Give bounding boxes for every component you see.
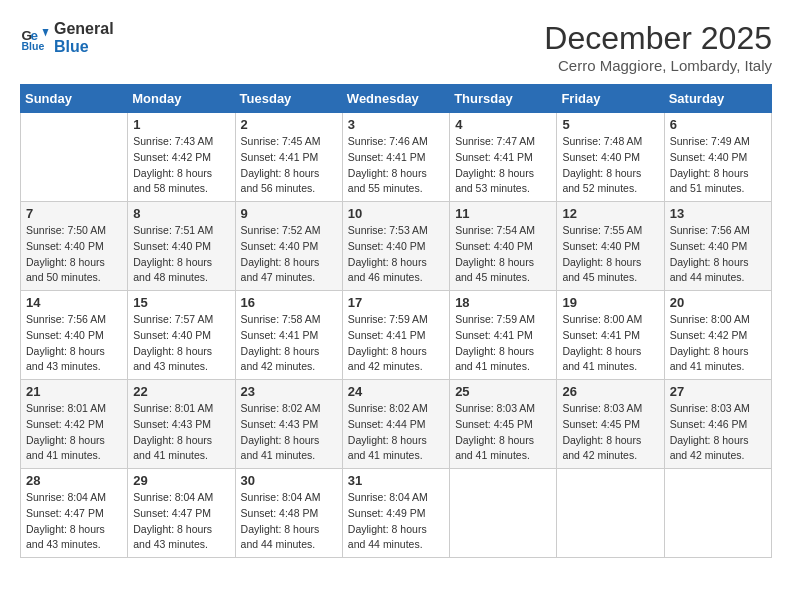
day-info: Sunrise: 7:52 AMSunset: 4:40 PMDaylight:… (241, 223, 337, 286)
logo-line1: General (54, 20, 114, 38)
calendar-week-row: 21Sunrise: 8:01 AMSunset: 4:42 PMDayligh… (21, 380, 772, 469)
day-number: 6 (670, 117, 766, 132)
day-number: 16 (241, 295, 337, 310)
svg-marker-2 (43, 29, 49, 37)
calendar-cell: 22Sunrise: 8:01 AMSunset: 4:43 PMDayligh… (128, 380, 235, 469)
calendar-cell: 27Sunrise: 8:03 AMSunset: 4:46 PMDayligh… (664, 380, 771, 469)
day-number: 2 (241, 117, 337, 132)
day-info: Sunrise: 7:56 AMSunset: 4:40 PMDaylight:… (670, 223, 766, 286)
title-block: December 2025 Cerro Maggiore, Lombardy, … (544, 20, 772, 74)
weekday-header: Wednesday (342, 85, 449, 113)
day-info: Sunrise: 7:50 AMSunset: 4:40 PMDaylight:… (26, 223, 122, 286)
day-number: 28 (26, 473, 122, 488)
calendar-cell: 13Sunrise: 7:56 AMSunset: 4:40 PMDayligh… (664, 202, 771, 291)
calendar-cell: 25Sunrise: 8:03 AMSunset: 4:45 PMDayligh… (450, 380, 557, 469)
calendar-cell: 21Sunrise: 8:01 AMSunset: 4:42 PMDayligh… (21, 380, 128, 469)
day-info: Sunrise: 7:47 AMSunset: 4:41 PMDaylight:… (455, 134, 551, 197)
calendar-cell: 19Sunrise: 8:00 AMSunset: 4:41 PMDayligh… (557, 291, 664, 380)
calendar-cell: 28Sunrise: 8:04 AMSunset: 4:47 PMDayligh… (21, 469, 128, 558)
calendar-cell: 9Sunrise: 7:52 AMSunset: 4:40 PMDaylight… (235, 202, 342, 291)
day-number: 26 (562, 384, 658, 399)
day-info: Sunrise: 7:51 AMSunset: 4:40 PMDaylight:… (133, 223, 229, 286)
day-number: 18 (455, 295, 551, 310)
day-number: 24 (348, 384, 444, 399)
calendar-cell: 14Sunrise: 7:56 AMSunset: 4:40 PMDayligh… (21, 291, 128, 380)
day-info: Sunrise: 8:04 AMSunset: 4:47 PMDaylight:… (133, 490, 229, 553)
day-info: Sunrise: 7:53 AMSunset: 4:40 PMDaylight:… (348, 223, 444, 286)
day-number: 25 (455, 384, 551, 399)
calendar-week-row: 28Sunrise: 8:04 AMSunset: 4:47 PMDayligh… (21, 469, 772, 558)
calendar-week-row: 1Sunrise: 7:43 AMSunset: 4:42 PMDaylight… (21, 113, 772, 202)
day-info: Sunrise: 8:03 AMSunset: 4:45 PMDaylight:… (455, 401, 551, 464)
day-info: Sunrise: 8:03 AMSunset: 4:46 PMDaylight:… (670, 401, 766, 464)
day-number: 1 (133, 117, 229, 132)
day-number: 3 (348, 117, 444, 132)
calendar-cell: 3Sunrise: 7:46 AMSunset: 4:41 PMDaylight… (342, 113, 449, 202)
day-info: Sunrise: 7:45 AMSunset: 4:41 PMDaylight:… (241, 134, 337, 197)
day-number: 31 (348, 473, 444, 488)
calendar-table: SundayMondayTuesdayWednesdayThursdayFrid… (20, 84, 772, 558)
day-number: 8 (133, 206, 229, 221)
calendar-cell: 5Sunrise: 7:48 AMSunset: 4:40 PMDaylight… (557, 113, 664, 202)
calendar-cell: 23Sunrise: 8:02 AMSunset: 4:43 PMDayligh… (235, 380, 342, 469)
calendar-cell (557, 469, 664, 558)
day-info: Sunrise: 7:56 AMSunset: 4:40 PMDaylight:… (26, 312, 122, 375)
day-number: 13 (670, 206, 766, 221)
calendar-cell: 29Sunrise: 8:04 AMSunset: 4:47 PMDayligh… (128, 469, 235, 558)
day-info: Sunrise: 8:01 AMSunset: 4:43 PMDaylight:… (133, 401, 229, 464)
day-number: 23 (241, 384, 337, 399)
day-info: Sunrise: 8:01 AMSunset: 4:42 PMDaylight:… (26, 401, 122, 464)
calendar-cell: 11Sunrise: 7:54 AMSunset: 4:40 PMDayligh… (450, 202, 557, 291)
calendar-cell (664, 469, 771, 558)
day-number: 7 (26, 206, 122, 221)
day-info: Sunrise: 8:02 AMSunset: 4:44 PMDaylight:… (348, 401, 444, 464)
day-number: 9 (241, 206, 337, 221)
day-number: 14 (26, 295, 122, 310)
calendar-cell: 10Sunrise: 7:53 AMSunset: 4:40 PMDayligh… (342, 202, 449, 291)
day-number: 27 (670, 384, 766, 399)
calendar-cell: 18Sunrise: 7:59 AMSunset: 4:41 PMDayligh… (450, 291, 557, 380)
day-info: Sunrise: 7:43 AMSunset: 4:42 PMDaylight:… (133, 134, 229, 197)
calendar-week-row: 14Sunrise: 7:56 AMSunset: 4:40 PMDayligh… (21, 291, 772, 380)
logo-line2: Blue (54, 38, 114, 56)
day-number: 11 (455, 206, 551, 221)
calendar-cell: 12Sunrise: 7:55 AMSunset: 4:40 PMDayligh… (557, 202, 664, 291)
day-number: 5 (562, 117, 658, 132)
day-number: 10 (348, 206, 444, 221)
calendar-cell: 20Sunrise: 8:00 AMSunset: 4:42 PMDayligh… (664, 291, 771, 380)
day-info: Sunrise: 8:04 AMSunset: 4:47 PMDaylight:… (26, 490, 122, 553)
day-info: Sunrise: 7:57 AMSunset: 4:40 PMDaylight:… (133, 312, 229, 375)
day-info: Sunrise: 7:46 AMSunset: 4:41 PMDaylight:… (348, 134, 444, 197)
weekday-header: Friday (557, 85, 664, 113)
day-number: 4 (455, 117, 551, 132)
calendar-cell: 8Sunrise: 7:51 AMSunset: 4:40 PMDaylight… (128, 202, 235, 291)
location-subtitle: Cerro Maggiore, Lombardy, Italy (544, 57, 772, 74)
weekday-header: Saturday (664, 85, 771, 113)
month-title: December 2025 (544, 20, 772, 57)
day-number: 12 (562, 206, 658, 221)
calendar-cell (450, 469, 557, 558)
day-info: Sunrise: 7:49 AMSunset: 4:40 PMDaylight:… (670, 134, 766, 197)
weekday-header-row: SundayMondayTuesdayWednesdayThursdayFrid… (21, 85, 772, 113)
day-number: 29 (133, 473, 229, 488)
day-info: Sunrise: 8:04 AMSunset: 4:48 PMDaylight:… (241, 490, 337, 553)
calendar-cell: 31Sunrise: 8:04 AMSunset: 4:49 PMDayligh… (342, 469, 449, 558)
weekday-header: Tuesday (235, 85, 342, 113)
calendar-week-row: 7Sunrise: 7:50 AMSunset: 4:40 PMDaylight… (21, 202, 772, 291)
weekday-header: Monday (128, 85, 235, 113)
day-info: Sunrise: 7:59 AMSunset: 4:41 PMDaylight:… (348, 312, 444, 375)
day-info: Sunrise: 8:00 AMSunset: 4:42 PMDaylight:… (670, 312, 766, 375)
day-info: Sunrise: 7:59 AMSunset: 4:41 PMDaylight:… (455, 312, 551, 375)
day-number: 15 (133, 295, 229, 310)
day-info: Sunrise: 8:00 AMSunset: 4:41 PMDaylight:… (562, 312, 658, 375)
calendar-cell: 24Sunrise: 8:02 AMSunset: 4:44 PMDayligh… (342, 380, 449, 469)
svg-text:Blue: Blue (22, 40, 45, 52)
page-header: G e Blue General Blue December 2025 Cerr… (20, 20, 772, 74)
day-number: 20 (670, 295, 766, 310)
day-info: Sunrise: 7:54 AMSunset: 4:40 PMDaylight:… (455, 223, 551, 286)
day-number: 21 (26, 384, 122, 399)
weekday-header: Sunday (21, 85, 128, 113)
day-number: 22 (133, 384, 229, 399)
day-number: 17 (348, 295, 444, 310)
calendar-cell: 30Sunrise: 8:04 AMSunset: 4:48 PMDayligh… (235, 469, 342, 558)
